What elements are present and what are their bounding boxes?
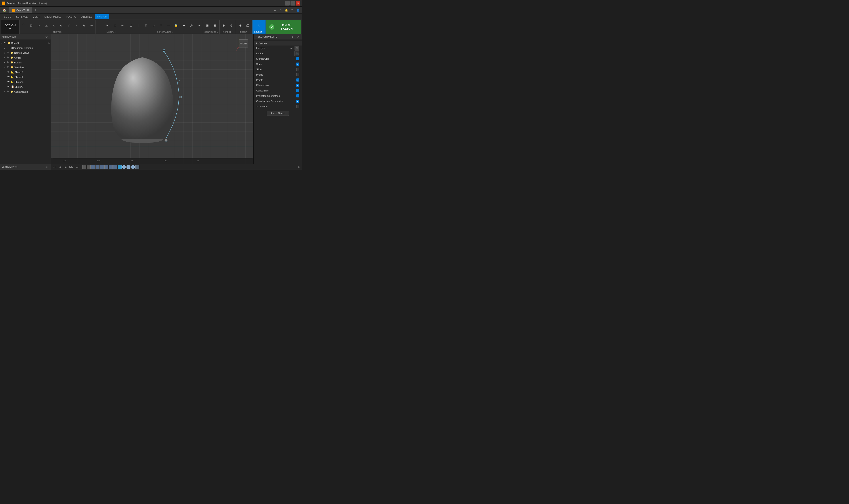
maximize-button[interactable]: □ [290, 1, 295, 5]
comments-settings-icon[interactable]: ⚙ [44, 165, 49, 169]
close-button[interactable]: ✕ [296, 1, 300, 5]
home-button[interactable]: 🏠 [2, 8, 7, 13]
timeline-item-3[interactable] [91, 165, 95, 169]
notifications-icon[interactable]: 🔔 [284, 8, 289, 13]
finish-sketch-button[interactable]: ✓ FINISH SKETCH [266, 20, 301, 34]
timeline-prev[interactable]: ◀ [57, 165, 63, 169]
tree-item-sketch3[interactable]: 👁 📐 Sketch3 [0, 79, 51, 85]
tree-item-named-views[interactable]: ▶ 👁 📁 Named Views [0, 50, 51, 55]
timeline-next[interactable]: ▶▶ [69, 165, 74, 169]
tool-inspect1[interactable]: ⊕ [220, 22, 227, 29]
timeline-item-active[interactable] [118, 165, 122, 169]
tool-mirror[interactable]: ∿ [119, 22, 126, 29]
tool-collinear[interactable]: ━ [180, 22, 187, 29]
mode-solid[interactable]: SOLID [2, 14, 14, 19]
timeline-item-6[interactable] [104, 165, 108, 169]
palette-expand-icon[interactable]: ↗ [295, 34, 300, 39]
timeline-item-5[interactable] [100, 165, 104, 169]
tab-cup-v9[interactable]: Cup v9* ✕ [9, 7, 32, 13]
look-at-button[interactable]: 📷 [295, 51, 299, 56]
tool-insert2[interactable]: 🖼 [244, 22, 251, 29]
tool-equal[interactable]: = [158, 22, 165, 29]
linetype-next-icon[interactable]: ⊙ [295, 46, 299, 51]
mode-sketch[interactable]: SKETCH [95, 14, 109, 19]
tool-insert1[interactable]: ⊕ [237, 22, 244, 29]
mode-plastic[interactable]: PLASTIC [64, 14, 78, 19]
linetype-prev-icon[interactable]: ◀ [289, 46, 294, 51]
tab-close-icon[interactable]: ✕ [26, 8, 30, 12]
tool-rect[interactable]: □ [28, 22, 35, 29]
tool-configure2[interactable]: ⊟ [211, 22, 218, 29]
timeline-item-7[interactable] [109, 165, 113, 169]
tool-arc[interactable]: ⌓ [43, 22, 50, 29]
tool-point[interactable]: · [73, 22, 80, 29]
mode-sheet-metal[interactable]: SHEET METAL [42, 14, 63, 19]
sketch-grid-checkbox[interactable] [296, 57, 299, 60]
minimize-button[interactable]: ─ [285, 1, 290, 5]
tool-spline[interactable]: ∿ [58, 22, 65, 29]
refresh-icon[interactable]: ↻ [278, 8, 283, 13]
profile-checkbox[interactable] [296, 73, 299, 76]
timeline-item-4[interactable] [95, 165, 100, 169]
mode-mesh[interactable]: MESH [30, 14, 42, 19]
timeline-skip-end[interactable]: ⏭ [75, 165, 79, 169]
tool-conic[interactable]: ∫ [65, 22, 72, 29]
mode-utilities[interactable]: UTILITIES [79, 14, 94, 19]
palette-finish-sketch-button[interactable]: Finish Sketch [267, 111, 289, 116]
tool-polygon[interactable]: △ [50, 22, 57, 29]
user-avatar[interactable]: 👤 [295, 8, 300, 13]
tool-coincident[interactable]: ○ [150, 22, 157, 29]
tree-item-sketches[interactable]: ▼ 👁 📁 Sketches [0, 65, 51, 70]
tool-fix[interactable]: 🔒 [173, 22, 180, 29]
palette-collapse-icon[interactable]: ◀ [290, 34, 295, 39]
tool-more-constraints[interactable]: ↗ [195, 22, 202, 29]
tool-line[interactable]: ⌒ [20, 22, 27, 29]
tool-offset[interactable]: ⊂ [111, 22, 119, 29]
tree-item-sketch1[interactable]: 👁 📐 Sketch1 [0, 70, 51, 75]
viewport[interactable]: FRONT X Z -125 -100 -75 -50 -25 [51, 34, 253, 164]
tree-item-bodies[interactable]: ▶ 👁 📁 Bodies [0, 60, 51, 65]
projected-geometries-checkbox[interactable] [296, 94, 299, 97]
tool-tangent[interactable]: ⊓ [143, 22, 150, 29]
constraints-checkbox[interactable] [296, 89, 299, 92]
timeline-skip-start[interactable]: ⏮ [52, 165, 57, 169]
tree-item-root[interactable]: ▼ 👁 📁 Cup v9 ⚙ [0, 41, 51, 46]
timeline-play[interactable]: ▶ [63, 165, 68, 169]
tree-item-construction[interactable]: ▶ 👁 📁 Construction [0, 89, 51, 94]
tool-midpoint[interactable]: — [165, 22, 172, 29]
timeline-item-2[interactable] [87, 165, 91, 169]
tool-inspect2[interactable]: ⊙ [228, 22, 235, 29]
new-tab-button[interactable]: + [33, 8, 38, 13]
timeline-item-circle-3[interactable] [131, 165, 135, 169]
browser-settings-icon[interactable]: ⚙ [44, 34, 49, 39]
tool-parallel[interactable]: ∥ [135, 22, 142, 29]
timeline-item-circle-1[interactable] [122, 165, 126, 169]
tool-perpendicular[interactable]: ⊥ [128, 22, 135, 29]
slice-checkbox[interactable] [296, 68, 299, 71]
tree-item-sketch7[interactable]: 👁 📋 Sketch7 [0, 85, 51, 89]
timeline-item-8[interactable] [113, 165, 117, 169]
snap-checkbox[interactable] [296, 62, 299, 66]
construction-geometries-checkbox[interactable] [296, 100, 299, 103]
tree-item-sketch2[interactable]: 👁 📐 Sketch2 [0, 75, 51, 79]
cloud-icon[interactable]: ☁ [272, 8, 277, 13]
palette-options-header[interactable]: ▼ Options [253, 41, 302, 46]
tool-text[interactable]: A [80, 22, 87, 29]
settings-cog-icon[interactable]: ⚙ [296, 165, 301, 169]
timeline-item-circle-2[interactable] [126, 165, 130, 169]
timeline-item-1[interactable] [82, 165, 86, 169]
timeline-item-9[interactable] [135, 165, 139, 169]
help-icon[interactable]: ? [290, 8, 295, 13]
tool-configure1[interactable]: ⊞ [204, 22, 211, 29]
tool-more-create[interactable]: ⋯ [88, 22, 95, 29]
design-button[interactable]: DESIGN ▾ [1, 20, 20, 34]
points-checkbox[interactable] [296, 78, 299, 82]
tool-select[interactable]: ↖ [255, 22, 262, 29]
dimensions-checkbox[interactable] [296, 84, 299, 87]
tool-circle[interactable]: ○ [35, 22, 42, 29]
root-settings-icon[interactable]: ⚙ [48, 42, 50, 44]
3d-sketch-checkbox[interactable] [296, 105, 299, 108]
tool-fillet[interactable]: ⌒ [96, 22, 104, 29]
mode-surface[interactable]: SURFACE [14, 14, 30, 19]
view-cube[interactable]: FRONT X Z [236, 36, 251, 52]
